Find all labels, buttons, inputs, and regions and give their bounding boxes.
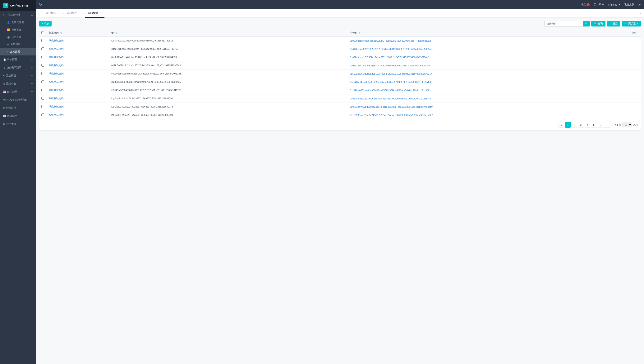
tab-home[interactable]: ⌂ <box>38 12 42 15</box>
page-6-btn[interactable]: 6 <box>598 122 603 128</box>
col-contract[interactable]: 归属合约 ⇅ <box>46 29 109 37</box>
form-management-header[interactable]: 📋 表单管理 ▼ <box>0 56 36 64</box>
row-key-9: log,2ab914b2a1c246a2a817cd36a337c935,161… <box>109 111 348 119</box>
contract-link-4[interactable]: 系统测试合约 <box>49 72 64 75</box>
sidebar-item-contract-list[interactable]: ⚓ 合约列表 <box>0 33 36 41</box>
page-5-btn[interactable]: 5 <box>591 122 597 128</box>
more-btn-2[interactable]: ⋮ <box>632 55 638 60</box>
contract-link-3[interactable]: 系统测试合约 <box>49 64 64 67</box>
row-select-9[interactable] <box>42 113 44 116</box>
row-select-7[interactable] <box>42 97 44 100</box>
blockchain-group-header[interactable]: ⛓ 区块链管理 ▲ <box>0 11 36 19</box>
more-btn-9[interactable]: ⋮ <box>632 113 638 117</box>
page-size-select[interactable]: 10 20 50 <box>622 122 632 127</box>
page-1-btn[interactable]: 1 <box>565 122 571 128</box>
tab-contract-list[interactable]: 合约列表 ✕ <box>64 9 84 18</box>
row-checkbox-2 <box>39 53 46 61</box>
row-select-2[interactable] <box>42 56 44 58</box>
row-select-4[interactable] <box>42 72 44 75</box>
more-btn-4[interactable]: ⋮ <box>632 71 638 76</box>
row-select-6[interactable] <box>42 89 44 91</box>
row-select-8[interactable] <box>42 105 44 108</box>
more-btn-1[interactable]: ⋮ <box>632 47 638 51</box>
hash-link-0[interactable]: 0x9890be5bfc0d850ab21f99a279782db12df366… <box>350 40 431 42</box>
contract-link-5[interactable]: 系统测试合约 <box>49 80 64 83</box>
contract-link-9[interactable]: 系统测试合约 <box>49 113 64 116</box>
tab-contract-list-close[interactable]: ✕ <box>78 12 81 15</box>
sidebar-item-contract-data[interactable]: ≡ 合约数据 <box>0 48 36 55</box>
workflow-center-header[interactable]: ♻ 流程中心 ▼ <box>0 80 36 88</box>
sidebar-item-contract-template[interactable]: ⊞ 合约模板 <box>0 41 36 48</box>
more-btn-8[interactable]: ⋮ <box>632 104 638 109</box>
user-item[interactable]: 丁二郎 ▼ <box>594 3 604 6</box>
fullscreen-item[interactable]: ⤢ <box>638 3 641 7</box>
advanced-query-button[interactable]: 🔍 高级查询 <box>622 21 641 27</box>
hash-link-5[interactable]: 0xcb4bbef4ccd850a0caf525876aad8a26b56710… <box>350 81 432 84</box>
select-all-checkbox[interactable] <box>42 31 44 34</box>
tab-contract-list-label: 合约列表 <box>67 12 77 15</box>
hash-link-6[interactable]: 0x219fdce583fd8ffdd866d38481fd3f44572ef4… <box>350 89 429 92</box>
search-input[interactable] <box>544 21 583 27</box>
table-row: 系统测试合约 log,2ab914b2a1c246a2a817cd36a337c… <box>39 94 641 103</box>
dynamic-form-header[interactable]: 🖥 动态表单演示 ▼ <box>0 64 36 72</box>
content-area: + 添加 🔍 🔍 查询 ↺ 重置 🔍 高级查询 <box>36 18 644 364</box>
theme-item[interactable]: 设置皮肤 <box>624 3 634 6</box>
tab-contract-template-close[interactable]: ✕ <box>57 12 60 15</box>
hash-link-4[interactable]: 0x53920515f3d0fb2b475133c7d75fd5a7358319… <box>350 73 432 75</box>
row-select-5[interactable] <box>42 80 44 83</box>
reset-button[interactable]: ↺ 重置 <box>607 21 620 27</box>
fullscreen-icon: ⤢ <box>638 3 641 7</box>
col-key-label: 键 <box>111 31 114 34</box>
schedule-chevron: ▼ <box>31 91 33 93</box>
hash-link-7[interactable]: 0xe6e8ef56e22a0ed0eb5536b422d8a33942fec9… <box>350 97 431 100</box>
search-icon-btn[interactable]: 🔍 <box>583 21 590 27</box>
row-select-3[interactable] <box>42 64 44 67</box>
data-management-header[interactable]: 🗄 数据管理 ▼ <box>0 120 36 128</box>
row-contract-2: 系统测试合约 <box>46 53 109 61</box>
measurement-header[interactable]: ⚖ 计量证书 <box>0 104 36 112</box>
hash-link-9[interactable]: 0x108339dad895a0c749d6a322941b94e7e1826d… <box>350 114 433 116</box>
news-header[interactable]: 📰 新闻管理 ▼ <box>0 112 36 120</box>
row-select-0[interactable] <box>42 39 44 42</box>
page-next-btn[interactable]: › <box>604 122 610 128</box>
sidebar-item-network-params[interactable]: 📶 网络参数 <box>0 26 36 33</box>
page-prev-btn[interactable]: ‹ <box>558 122 564 128</box>
hash-link-3[interactable]: 0x015387575fed4dfa41b7eb19bfe1658d68f2dd… <box>350 64 430 67</box>
ecology-header[interactable]: 🌿 生态项目管理系统 <box>0 96 36 104</box>
table-row: 系统测试合约 0d2fd7e629c4432ca2c65220cfa1a548,… <box>39 61 641 70</box>
hash-link-1[interactable]: 0xd12bee4c393270229d97c17dc48a6c89419f8d… <box>350 48 433 51</box>
more-btn-7[interactable]: ⋮ <box>632 96 638 101</box>
col-hash[interactable]: 哈希值 ⇅ <box>348 29 630 37</box>
hash-link-8[interactable]: 0x92732e4037bd359de2ae51f03c1d455337c4eb… <box>350 106 432 108</box>
row-select-1[interactable] <box>42 47 44 50</box>
topbar-close-icon[interactable]: ✕ <box>639 12 642 15</box>
hash-link-2[interactable]: 0x639a9d4adb7f5502c17a3adf5021ff2d3b2c0e… <box>350 56 429 59</box>
contract-link-6[interactable]: 系统测试合约 <box>49 89 64 92</box>
sidebar-item-contract-manager[interactable]: 👤 合约管理者 <box>0 19 36 26</box>
page-4-btn[interactable]: 4 <box>584 122 590 128</box>
contract-link-7[interactable]: 系统测试合约 <box>49 97 64 100</box>
page-2-btn[interactable]: 2 <box>572 122 577 128</box>
system-settings-header[interactable]: ⚙ 系统设置 ▼ <box>0 72 36 80</box>
tab-contract-data[interactable]: 合约数据 ✕ <box>85 9 104 18</box>
contract-link-1[interactable]: 系统测试合约 <box>49 47 64 50</box>
col-key[interactable]: 键 ⇅ <box>109 29 348 37</box>
row-action-0: ⋮ <box>630 37 641 45</box>
more-btn-3[interactable]: ⋮ <box>632 63 638 68</box>
system-settings-label: 系统设置 <box>6 74 16 77</box>
schedule-header[interactable]: 📅 日程管理 ▼ <box>0 88 36 96</box>
tab-contract-template[interactable]: 合约模板 ✕ <box>43 9 63 18</box>
page-3-btn[interactable]: 3 <box>578 122 584 128</box>
tab-contract-data-close[interactable]: ✕ <box>99 12 102 15</box>
more-btn-5[interactable]: ⋮ <box>632 80 638 84</box>
contract-link-2[interactable]: 系统测试合约 <box>49 56 64 59</box>
topbar-refresh[interactable]: ↻ <box>39 3 42 7</box>
query-button[interactable]: 🔍 查询 <box>591 21 606 27</box>
add-button[interactable]: + 添加 <box>39 21 52 27</box>
language-item[interactable]: Chinese ▼ <box>608 3 620 6</box>
contract-link-8[interactable]: 系统测试合约 <box>49 105 64 108</box>
more-btn-0[interactable]: ⋮ <box>632 38 638 43</box>
message-item[interactable]: 消息 1 <box>581 3 590 6</box>
more-btn-6[interactable]: ⋮ <box>632 88 638 93</box>
contract-link-0[interactable]: 系统测试合约 <box>49 39 64 42</box>
